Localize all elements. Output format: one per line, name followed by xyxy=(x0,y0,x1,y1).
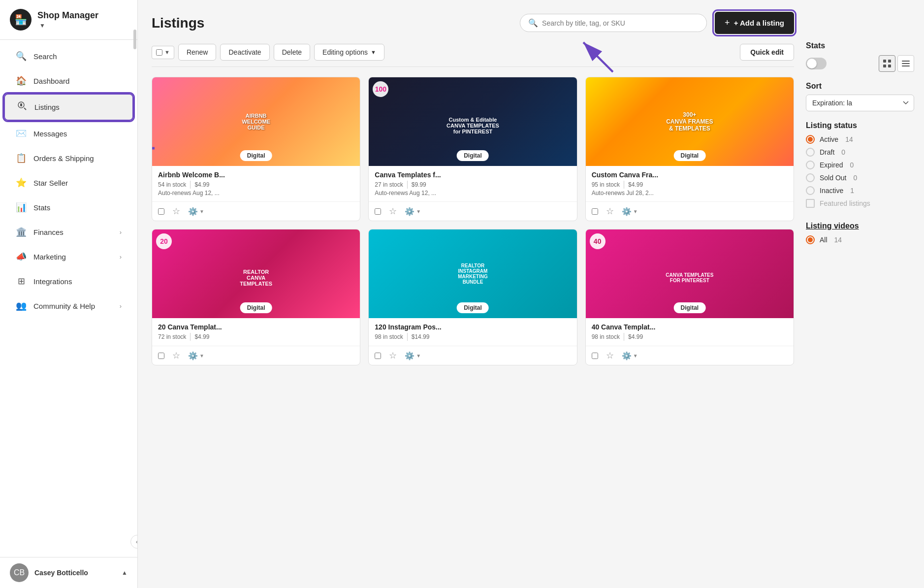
listings-section: Listings 🔍 + + Add a listing ▼ Renew Dea… xyxy=(152,12,794,576)
listings-header: Listings 🔍 + + Add a listing xyxy=(152,12,794,34)
sidebar-item-listings[interactable]: Listings xyxy=(4,94,133,121)
listing-star-5[interactable]: ☆ xyxy=(389,350,397,361)
sidebar-item-orders[interactable]: 📋 Orders & Shipping xyxy=(4,146,133,170)
status-active[interactable]: Active 14 xyxy=(806,135,914,144)
listing-price-4: $4.99 xyxy=(194,333,209,341)
sidebar-scrollbar[interactable] xyxy=(133,30,136,49)
expired-radio xyxy=(806,161,815,169)
svg-line-2 xyxy=(24,108,26,110)
sidebar-item-stats[interactable]: 📊 Stats xyxy=(4,196,133,219)
user-profile[interactable]: CB Casey Botticello ▲ xyxy=(0,557,137,588)
listing-gear-3[interactable]: ⚙️ ▼ xyxy=(622,207,638,216)
status-draft[interactable]: Draft 0 xyxy=(806,148,914,157)
digital-badge-1: Digital xyxy=(240,150,272,161)
listing-checkbox-2[interactable] xyxy=(375,208,381,215)
editing-options-button[interactable]: Editing options ▼ xyxy=(314,44,384,61)
sidebar-label-marketing: Marketing xyxy=(33,253,66,261)
listing-checkbox-4[interactable] xyxy=(158,353,164,359)
digital-badge-5: Digital xyxy=(457,302,489,313)
sort-section: Sort Expiration: la Expiration: ea Price… xyxy=(806,82,914,111)
select-all-checkbox-dropdown[interactable]: ▼ xyxy=(152,46,174,59)
digital-badge-6: Digital xyxy=(673,302,705,313)
listing-card-3: 300+CANVA FRAMES& TEMPLATES Digital Cust… xyxy=(585,77,794,221)
delete-button[interactable]: Delete xyxy=(274,44,310,61)
expired-count: 0 xyxy=(850,161,854,169)
renew-button[interactable]: Renew xyxy=(178,44,217,61)
divider-2 xyxy=(407,181,408,189)
select-all-checkbox[interactable] xyxy=(156,49,162,56)
listing-checkbox-6[interactable] xyxy=(592,353,598,359)
listing-name-4: 20 Canva Templat... xyxy=(158,323,354,331)
listing-checkbox-5[interactable] xyxy=(375,353,381,359)
svg-rect-7 xyxy=(883,65,886,67)
listing-info-1: Airbnb Welcome B... 54 in stock $4.99 Au… xyxy=(152,166,360,199)
sidebar-item-community[interactable]: 👥 Community & Help › xyxy=(4,294,133,318)
listing-checkbox-3[interactable] xyxy=(592,208,598,215)
listing-stock-5: 98 in stock xyxy=(375,333,403,341)
sidebar-item-marketing[interactable]: 📣 Marketing › xyxy=(4,245,133,268)
listing-star-3[interactable]: ☆ xyxy=(606,206,614,217)
listing-star-2[interactable]: ☆ xyxy=(389,206,397,217)
sidebar-item-messages[interactable]: ✉️ Messages xyxy=(4,122,133,145)
deactivate-button[interactable]: Deactivate xyxy=(220,44,269,61)
listing-gear-1[interactable]: ⚙️ ▼ xyxy=(188,207,204,216)
divider-6 xyxy=(624,333,624,341)
editing-options-arrow: ▼ xyxy=(371,49,376,55)
sidebar-item-dashboard[interactable]: 🏠 Dashboard xyxy=(4,69,133,93)
grid-view-button[interactable] xyxy=(879,55,895,72)
listing-gear-6[interactable]: ⚙️ ▼ xyxy=(622,351,638,360)
listing-star-6[interactable]: ☆ xyxy=(606,350,614,361)
listing-actions-1: ☆ ⚙️ ▼ xyxy=(152,201,360,221)
add-listing-button[interactable]: + + Add a listing xyxy=(715,12,794,34)
user-name: Casey Botticello xyxy=(34,569,88,577)
listing-stock-6: 98 in stock xyxy=(592,333,620,341)
sidebar-item-integrations[interactable]: ⊞ Integrations xyxy=(4,269,133,293)
star-seller-icon: ⭐ xyxy=(16,177,27,188)
status-sold-out[interactable]: Sold Out 0 xyxy=(806,173,914,182)
draft-count: 0 xyxy=(841,148,845,156)
sidebar-label-orders: Orders & Shipping xyxy=(33,154,94,163)
listing-gear-5[interactable]: ⚙️ ▼ xyxy=(405,351,421,360)
sidebar-item-star-seller[interactable]: ⭐ Star Seller xyxy=(4,171,133,195)
shop-manager-header[interactable]: 🏪 Shop Manager ▼ xyxy=(0,0,137,40)
page-title: Listings xyxy=(152,15,204,31)
status-inactive[interactable]: Inactive 1 xyxy=(806,186,914,195)
inactive-count: 1 xyxy=(850,187,854,195)
sidebar-item-finances[interactable]: 🏛️ Finances › xyxy=(4,220,133,244)
listing-videos-heading[interactable]: Listing videos xyxy=(806,222,914,230)
listing-actions-2: ☆ ⚙️ ▼ xyxy=(369,201,576,221)
listing-price-3: $4.99 xyxy=(628,181,643,189)
listing-name-3: Custom Canva Fra... xyxy=(592,171,788,179)
listing-info-2: Canva Templates f... 27 in stock $9.99 A… xyxy=(369,166,576,199)
stats-icon: 📊 xyxy=(16,202,27,213)
search-input[interactable] xyxy=(542,19,699,27)
listing-star-4[interactable]: ☆ xyxy=(172,350,180,361)
sort-select[interactable]: Expiration: la Expiration: ea Price: lo-… xyxy=(806,95,914,111)
listing-price-5: $14.99 xyxy=(412,333,430,341)
featured-listings-item[interactable]: Featured listings xyxy=(806,199,914,208)
listing-star-1[interactable]: ☆ xyxy=(172,206,180,217)
quick-edit-button[interactable]: Quick edit xyxy=(740,44,794,61)
listing-checkbox-1[interactable] xyxy=(158,208,164,215)
videos-all[interactable]: All 14 xyxy=(806,235,914,244)
checkbox-dropdown-arrow[interactable]: ▼ xyxy=(164,49,170,55)
view-buttons xyxy=(879,55,914,72)
listing-name-5: 120 Instagram Pos... xyxy=(375,323,571,331)
toolbar: ▼ Renew Deactivate Delete Editing option… xyxy=(152,44,794,67)
sidebar-label-messages: Messages xyxy=(33,130,67,138)
sidebar-item-search[interactable]: 🔍 Search xyxy=(4,44,133,68)
svg-rect-11 xyxy=(902,65,910,66)
listing-gear-2[interactable]: ⚙️ ▼ xyxy=(405,207,421,216)
sidebar: 🏪 Shop Manager ▼ 🔍 Search 🏠 Dashboard Li… xyxy=(0,0,138,588)
status-expired[interactable]: Expired 0 xyxy=(806,161,914,169)
sidebar-label-search: Search xyxy=(33,52,57,61)
content-area: Listings 🔍 + + Add a listing ▼ Renew Dea… xyxy=(138,0,924,588)
listing-meta-1: 54 in stock $4.99 xyxy=(158,181,354,189)
messages-icon: ✉️ xyxy=(16,128,27,139)
listing-actions-5: ☆ ⚙️ ▼ xyxy=(369,346,576,365)
listing-gear-4[interactable]: ⚙️ ▼ xyxy=(188,351,204,360)
divider-5 xyxy=(407,333,408,341)
featured-checkbox[interactable] xyxy=(806,199,815,208)
list-view-button[interactable] xyxy=(897,55,914,72)
stats-toggle[interactable] xyxy=(806,58,827,69)
